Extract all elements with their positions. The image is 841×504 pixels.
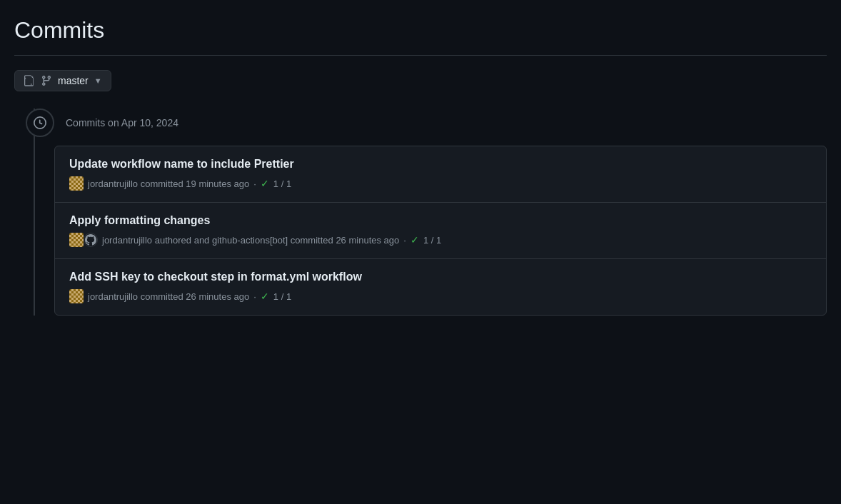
commit-item: Apply formatting changes jordantrujillo … [55,203,826,259]
branch-selector-button[interactable]: master ▼ [14,70,111,91]
commit-meta: jordantrujillo committed 19 minutes ago … [69,176,812,191]
commits-date-label: Commits on Apr 10, 2024 [66,117,178,128]
git-branch-icon [24,75,35,86]
timeline-line [34,109,35,316]
commit-history-icon [26,109,54,137]
check-icon: ✓ [261,178,269,189]
divider [14,55,827,56]
commits-list: Update workflow name to include Prettier… [54,146,827,316]
commits-date-row: Commits on Apr 10, 2024 [20,109,827,137]
commit-checks: 1 / 1 [423,235,441,246]
avatar [69,289,84,303]
commit-title[interactable]: Apply formatting changes [69,214,812,227]
commit-item: Update workflow name to include Prettier… [55,146,826,203]
commit-title[interactable]: Add SSH key to checkout step in format.y… [69,271,812,283]
commit-author: jordantrujillo committed 26 minutes ago [88,291,249,302]
dot-separator: · [253,178,256,189]
commit-meta: jordantrujillo authored and github-actio… [69,233,812,247]
avatar [69,233,84,247]
commit-checks: 1 / 1 [273,178,291,189]
avatar [69,176,84,191]
page-title: Commits [14,17,827,44]
commit-author: jordantrujillo authored and github-actio… [102,235,399,246]
commit-meta: jordantrujillo committed 26 minutes ago … [69,289,812,303]
page-container: Commits master ▼ Commits on Apr 10, 2024 [0,0,841,333]
branch-label: master [58,75,89,86]
commits-timeline: Commits on Apr 10, 2024 Update workflow … [20,109,827,316]
avatar-bot [84,233,98,247]
commit-title[interactable]: Update workflow name to include Prettier [69,158,812,171]
commit-item: Add SSH key to checkout step in format.y… [55,259,826,315]
branch-icon [41,75,52,86]
check-icon: ✓ [261,291,269,302]
chevron-down-icon: ▼ [94,76,102,85]
check-icon: ✓ [411,234,419,246]
commit-checks: 1 / 1 [273,291,291,302]
dot-separator: · [403,235,406,246]
commit-author: jordantrujillo committed 19 minutes ago [88,178,249,189]
dot-separator: · [253,291,256,302]
